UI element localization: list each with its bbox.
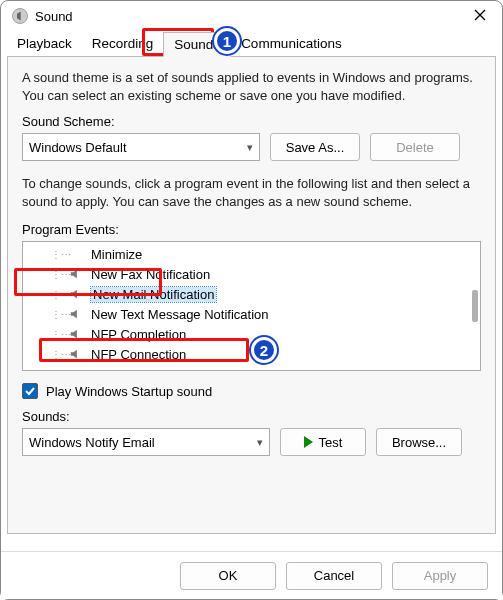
tab-playback[interactable]: Playback <box>7 32 82 57</box>
list-item[interactable]: ⋮⋯New Text Message Notification <box>23 304 480 324</box>
tab-strip: Playback Recording Sounds Communications <box>1 29 502 56</box>
events-label: Program Events: <box>22 222 481 237</box>
save-as-button[interactable]: Save As... <box>270 133 360 161</box>
startup-sound-checkbox[interactable] <box>22 383 38 399</box>
delete-button: Delete <box>370 133 460 161</box>
scheme-label: Sound Scheme: <box>22 114 481 129</box>
list-item[interactable]: ⋮⋯Minimize <box>23 244 480 264</box>
tab-communications[interactable]: Communications <box>231 32 352 57</box>
test-button[interactable]: Test <box>280 428 366 456</box>
tree-connector: ⋮⋯ <box>51 249 61 260</box>
scrollbar-thumb[interactable] <box>472 290 478 322</box>
play-icon <box>304 436 313 448</box>
startup-sound-label: Play Windows Startup sound <box>46 384 212 399</box>
apply-button: Apply <box>392 562 488 590</box>
events-help: To change sounds, click a program event … <box>22 175 481 210</box>
ok-button[interactable]: OK <box>180 562 276 590</box>
annotation-badge-2: 2 <box>251 337 277 363</box>
close-button[interactable] <box>468 8 492 24</box>
annotation-highlight-events-label <box>14 268 162 296</box>
chevron-down-icon: ▾ <box>247 141 253 154</box>
titlebar: Sound <box>1 1 502 29</box>
list-item-label: Minimize <box>91 247 142 262</box>
dialog-button-bar: OK Cancel Apply <box>1 551 502 599</box>
scheme-description: A sound theme is a set of sounds applied… <box>22 69 481 104</box>
tree-connector: ⋮⋯ <box>51 309 61 320</box>
speaker-icon <box>69 307 83 321</box>
scheme-combo[interactable]: Windows Default ▾ <box>22 133 260 161</box>
window-title: Sound <box>35 9 468 24</box>
sounds-value: Windows Notify Email <box>29 435 155 450</box>
browse-button[interactable]: Browse... <box>376 428 462 456</box>
list-item-label: New Text Message Notification <box>91 307 269 322</box>
sounds-label: Sounds: <box>22 409 481 424</box>
sound-icon <box>11 7 29 25</box>
speaker-icon <box>69 247 83 261</box>
chevron-down-icon: ▾ <box>257 436 263 449</box>
sounds-combo[interactable]: Windows Notify Email ▾ <box>22 428 270 456</box>
cancel-button[interactable]: Cancel <box>286 562 382 590</box>
scheme-value: Windows Default <box>29 140 127 155</box>
annotation-badge-1: 1 <box>214 28 240 54</box>
sound-dialog: Sound Playback Recording Sounds Communic… <box>0 0 503 600</box>
annotation-highlight-2 <box>39 338 249 362</box>
